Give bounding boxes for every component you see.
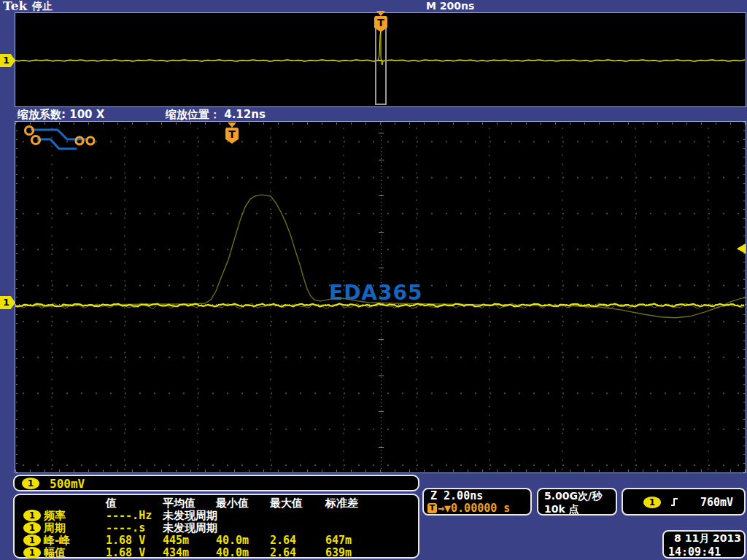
rising-edge-icon (670, 497, 680, 508)
record-length-readout: 10k 点 (544, 502, 616, 516)
channel1-scale-box[interactable]: 1 500mV (13, 475, 419, 491)
oscilloscope-screen: { "header": { "logo": "Tek", "status": "… (0, 0, 747, 560)
measurement-row-pkpk: 1 峰-峰 1.68 V 445m 40.0m 2.64 647m (15, 534, 418, 546)
trigger-position-marker-main[interactable]: T (225, 122, 239, 144)
delay-value: 0.00000 s (451, 502, 510, 515)
trigger-level-readout: 760mV (700, 496, 733, 509)
zoomed-waveform-window: EDA365 T (15, 121, 746, 473)
trigger-delay-readout: T →▼ 0.00000 s (427, 502, 510, 515)
measurement-table: 值 平均值 最小值 最大值 标准差 1 频率 ----.Hz 未发现周期 1 周… (13, 494, 419, 559)
trigger-level-arrow-icon[interactable] (737, 244, 746, 254)
channel1-badge: 1 (23, 534, 41, 546)
delay-arrows-icon: →▼ (438, 502, 451, 515)
main-trace (15, 122, 746, 472)
date-readout: 8 11月 2013 (673, 532, 741, 545)
acquisition-box: 5.00G次/秒 10k 点 (537, 488, 617, 516)
channel1-marker-main[interactable]: 1 (0, 296, 15, 309)
measurement-row-frequency: 1 频率 ----.Hz 未发现周期 (15, 509, 418, 521)
tek-logo: Tek (3, 0, 27, 13)
measurement-row-amplitude: 1 幅值 1.68 V 434m 40.0m 2.64 639m (15, 546, 418, 559)
channel1-badge: 1 (23, 522, 41, 534)
zoom-factor-readout: 缩放系数: 100 X (18, 108, 104, 122)
channel1-marker-overview[interactable]: 1 (0, 54, 15, 67)
zoom-info-bar: 缩放系数: 100 X 缩放位置： 4.12ns (15, 107, 746, 121)
channel1-badge: 1 (23, 547, 41, 559)
zoom-scale-readout: Z 2.00ns (430, 489, 483, 502)
trigger-source-badge: 1 (643, 497, 661, 508)
trigger-t-icon: T (427, 503, 437, 513)
trigger-triangle-icon (376, 11, 385, 16)
overview-waveform-window: T (15, 12, 746, 107)
trigger-triangle-icon (228, 122, 236, 128)
main-timebase-readout: M 200ns (426, 0, 474, 12)
zoom-position-readout: 缩放位置： 4.12ns (166, 108, 266, 122)
time-readout: 14:09:41 (668, 545, 744, 559)
channel1-scale-value: 500mV (50, 477, 85, 491)
trigger-position-marker-overview[interactable]: T (374, 11, 388, 32)
trigger-t-icon: T (225, 128, 239, 144)
trigger-readout-box[interactable]: 1 760mV (622, 488, 746, 516)
datetime-box: 8 11月 2013 14:09:41 (662, 530, 746, 559)
sample-rate-readout: 5.00G次/秒 (544, 489, 616, 502)
acquisition-status: 停止 (32, 0, 53, 13)
trigger-t-icon: T (374, 16, 387, 32)
measurement-header-row: 值 平均值 最小值 最大值 标准差 (15, 497, 418, 509)
measurement-row-period: 1 周期 ----.s 未发现周期 (15, 521, 418, 534)
channel1-badge: 1 (23, 510, 41, 521)
channel1-badge: 1 (22, 478, 39, 489)
zoom-timebase-box[interactable]: Z 2.00ns T →▼ 0.00000 s (422, 488, 532, 516)
